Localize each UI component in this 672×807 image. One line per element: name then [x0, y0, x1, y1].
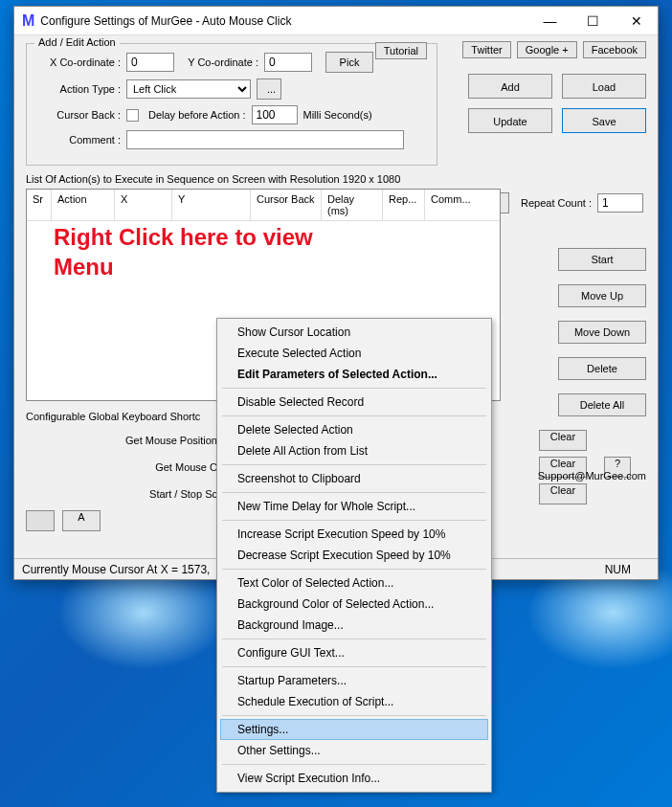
menu-separator: [222, 569, 486, 570]
menu-edit-parameters[interactable]: Edit Parameters of Selected Action...: [220, 364, 488, 385]
menu-separator: [222, 764, 486, 765]
add-button[interactable]: Add: [468, 74, 552, 99]
delete-button[interactable]: Delete: [558, 357, 646, 380]
menu-bg-image[interactable]: Background Image...: [220, 615, 488, 636]
menu-separator: [222, 415, 486, 416]
menu-separator: [222, 388, 486, 389]
menu-view-info[interactable]: View Script Execution Info...: [220, 768, 488, 789]
repeat-label: Repeat Count :: [521, 197, 592, 209]
delay-input[interactable]: [252, 105, 298, 124]
action-type-label: Action Type :: [36, 83, 121, 95]
status-text: Currently Mouse Cursor At X = 1573,: [22, 563, 210, 576]
menu-separator: [222, 666, 486, 667]
kb-mouse-click-label: Get Mouse C: [26, 461, 217, 473]
app-icon: M: [22, 12, 34, 30]
facebook-link[interactable]: Facebook: [583, 41, 646, 58]
google-link[interactable]: Google +: [517, 41, 577, 58]
add-edit-group: Add / Edit Action Tutorial X Co-ordinate…: [26, 43, 437, 166]
kb-start-stop-label: Start / Stop Sc: [26, 488, 217, 500]
menu-separator: [222, 492, 486, 493]
menu-execute-selected[interactable]: Execute Selected Action: [220, 343, 488, 364]
tutorial-button[interactable]: Tutorial: [375, 42, 427, 59]
status-num: NUM: [605, 563, 631, 576]
load-button[interactable]: Load: [562, 74, 646, 99]
menu-separator: [222, 715, 486, 716]
col-cursor-back[interactable]: Cursor Back: [251, 190, 322, 220]
delay-label: Delay before Action :: [148, 109, 246, 121]
menu-separator: [222, 639, 486, 639]
menu-decrease-speed[interactable]: Decrease Script Execution Speed by 10%: [220, 545, 488, 566]
a-button[interactable]: A: [62, 510, 101, 531]
menu-disable-record[interactable]: Disable Selected Record: [220, 392, 488, 413]
cursor-back-checkbox[interactable]: [126, 109, 139, 122]
arrow-button[interactable]: [26, 510, 55, 531]
clear-button-3[interactable]: Clear: [539, 483, 587, 504]
maximize-button[interactable]: ☐: [571, 7, 615, 35]
menu-settings[interactable]: Settings...: [220, 719, 488, 740]
col-repeat[interactable]: Rep...: [383, 190, 425, 220]
x-coord-input[interactable]: [126, 53, 174, 72]
support-email: Support@MurGee.com: [538, 470, 646, 482]
action-type-more-button[interactable]: ...: [257, 78, 281, 100]
menu-new-delay[interactable]: New Time Delay for Whole Script...: [220, 496, 488, 517]
menu-startup[interactable]: Startup Parameters...: [220, 670, 488, 691]
repeat-input[interactable]: [597, 193, 643, 213]
col-comment[interactable]: Comm...: [425, 190, 500, 220]
menu-schedule[interactable]: Schedule Execution of Script...: [220, 691, 488, 712]
save-button[interactable]: Save: [562, 108, 646, 133]
y-coord-label: Y Co-ordinate :: [180, 56, 258, 68]
menu-bg-color[interactable]: Background Color of Selected Action...: [220, 594, 488, 615]
col-delay[interactable]: Delay (ms): [322, 190, 383, 220]
col-y[interactable]: Y: [172, 190, 251, 220]
action-type-select[interactable]: Left Click: [126, 79, 251, 99]
menu-separator: [222, 520, 486, 521]
context-menu: Show Cursor Location Execute Selected Ac…: [216, 318, 492, 793]
comment-label: Comment :: [36, 134, 121, 146]
menu-screenshot[interactable]: Screenshot to Clipboard: [220, 468, 488, 489]
comment-input[interactable]: [126, 130, 404, 149]
clear-button-1[interactable]: Clear: [539, 430, 587, 451]
menu-separator: [222, 464, 486, 465]
kb-mouse-pos-label: Get Mouse Position: [26, 435, 217, 446]
start-button[interactable]: Start: [558, 248, 646, 271]
col-x[interactable]: X: [115, 190, 172, 220]
menu-text-color[interactable]: Text Color of Selected Action...: [220, 572, 488, 594]
menu-delete-selected[interactable]: Delete Selected Action: [220, 419, 488, 440]
menu-delete-all[interactable]: Delete All Action from List: [220, 440, 488, 461]
titlebar[interactable]: M Configure Settings of MurGee - Auto Mo…: [14, 7, 658, 35]
table-header: Sr Action X Y Cursor Back Delay (ms) Rep…: [27, 190, 500, 221]
menu-gui-text[interactable]: Configure GUI Text...: [220, 642, 488, 663]
update-button[interactable]: Update: [468, 108, 552, 133]
delay-unit: Milli Second(s): [303, 109, 372, 121]
col-action[interactable]: Action: [52, 190, 115, 220]
x-coord-label: X Co-ordinate :: [36, 56, 121, 68]
pick-button[interactable]: Pick: [325, 52, 373, 73]
move-up-button[interactable]: Move Up: [558, 284, 646, 307]
move-down-button[interactable]: Move Down: [558, 321, 646, 344]
menu-show-cursor[interactable]: Show Cursor Location: [220, 322, 488, 343]
group-title: Add / Edit Action: [34, 36, 120, 48]
menu-other-settings[interactable]: Other Settings...: [220, 740, 488, 761]
annotation-text: Right Click here to viewMenu: [54, 222, 313, 281]
minimize-button[interactable]: —: [528, 7, 571, 35]
menu-increase-speed[interactable]: Increase Script Execution Speed by 10%: [220, 524, 488, 545]
twitter-link[interactable]: Twitter: [462, 41, 510, 58]
close-button[interactable]: ✕: [615, 7, 658, 35]
col-sr[interactable]: Sr: [27, 190, 52, 220]
window-title: Configure Settings of MurGee - Auto Mous…: [40, 14, 528, 28]
y-coord-input[interactable]: [264, 53, 312, 72]
delete-all-button[interactable]: Delete All: [558, 393, 646, 416]
cursor-back-label: Cursor Back :: [36, 109, 121, 121]
action-list-label: List Of Action(s) to Execute in Sequence…: [26, 173, 646, 185]
